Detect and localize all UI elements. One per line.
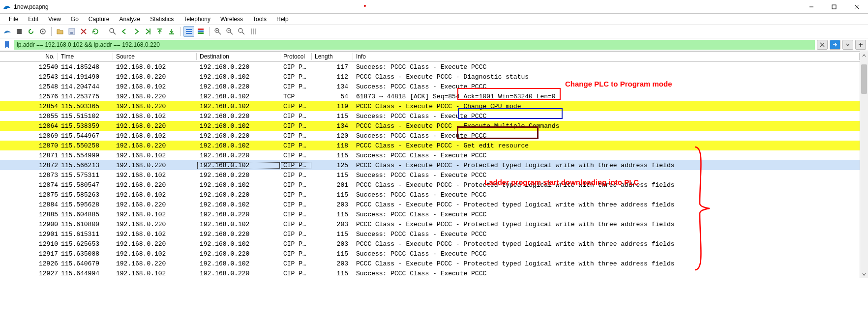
filter-clear-button[interactable] <box>817 40 828 50</box>
menu-telephony[interactable]: Telephony <box>179 15 215 24</box>
filter-expression-dropdown[interactable] <box>842 40 853 50</box>
table-row[interactable]: 12926115.640679192.168.0.220192.168.0.10… <box>0 259 860 268</box>
cell-no: 12576 <box>0 93 58 100</box>
cell-length: 115 <box>312 250 353 258</box>
auto-scroll-button[interactable] <box>183 26 194 37</box>
table-row[interactable]: 12854115.503365192.168.0.220192.168.0.10… <box>0 101 860 111</box>
minimize-button[interactable] <box>800 0 823 14</box>
go-last-button[interactable] <box>166 26 177 37</box>
table-row[interactable]: 12540114.185248192.168.0.102192.168.0.22… <box>0 62 860 72</box>
table-row[interactable]: 12873115.575311192.168.0.102192.168.0.22… <box>0 170 860 180</box>
column-header-protocol[interactable]: Protocol <box>280 53 312 60</box>
table-row[interactable]: 12548114.204744192.168.0.102192.168.0.22… <box>0 82 860 91</box>
table-row[interactable]: 12864115.538359192.168.0.220192.168.0.10… <box>0 121 860 131</box>
start-capture-button[interactable] <box>2 26 13 37</box>
cell-no: 12871 <box>0 152 58 159</box>
stop-capture-button[interactable] <box>14 26 25 37</box>
table-row[interactable]: 12855115.515102192.168.0.102192.168.0.22… <box>0 111 860 121</box>
menu-analyze[interactable]: Analyze <box>115 15 146 24</box>
cell-info: Success: PCCC Class - Execute PCCC <box>353 211 860 218</box>
menu-tools[interactable]: Tools <box>248 15 271 24</box>
menu-wireless[interactable]: Wireless <box>215 15 248 24</box>
table-row[interactable]: 12900115.610800192.168.0.220192.168.0.10… <box>0 219 860 229</box>
filter-apply-button[interactable] <box>830 40 840 50</box>
scroll-down-arrow-icon[interactable] <box>861 270 868 278</box>
column-header-length[interactable]: Length <box>312 53 353 60</box>
table-row[interactable]: 12869115.544967192.168.0.102192.168.0.22… <box>0 131 860 141</box>
scrollbar-track[interactable] <box>860 59 868 270</box>
restart-capture-button[interactable] <box>26 26 36 37</box>
zoom-in-button[interactable] <box>212 26 223 37</box>
filter-add-button[interactable] <box>855 40 866 50</box>
display-filter-input[interactable] <box>14 40 815 50</box>
table-row[interactable]: 12875115.585263192.168.0.102192.168.0.22… <box>0 190 860 200</box>
filter-bookmark-button[interactable] <box>2 40 12 50</box>
table-row[interactable]: 12917115.635088192.168.0.102192.168.0.22… <box>0 249 860 259</box>
close-button[interactable] <box>845 0 868 14</box>
table-row[interactable]: 12884115.595628192.168.0.220192.168.0.10… <box>0 200 860 209</box>
cell-info: PCCC Class - Execute PCCC - Execute Mult… <box>353 122 860 130</box>
table-row[interactable]: 12543114.191490192.168.0.220192.168.0.10… <box>0 72 860 82</box>
reload-file-button[interactable] <box>90 26 101 37</box>
go-to-packet-button[interactable] <box>143 26 153 37</box>
cell-no: 12900 <box>0 221 58 228</box>
save-file-button[interactable] <box>66 26 77 37</box>
cell-no: 12926 <box>0 260 58 267</box>
cell-destination: 192.168.0.102 <box>197 221 280 228</box>
column-header-destination[interactable]: Destination <box>197 53 280 60</box>
vertical-scrollbar[interactable] <box>860 51 868 278</box>
open-file-button[interactable] <box>55 26 65 37</box>
column-header-no[interactable]: No. <box>0 53 58 60</box>
zoom-out-button[interactable] <box>224 26 235 37</box>
resize-columns-button[interactable] <box>248 26 259 37</box>
table-row[interactable]: 12885115.604885192.168.0.102192.168.0.22… <box>0 209 860 219</box>
menu-go[interactable]: Go <box>66 15 84 24</box>
table-row[interactable]: 12576114.253775192.168.0.220192.168.0.10… <box>0 91 860 101</box>
cell-protocol: CIP PC… <box>280 63 312 71</box>
maximize-button[interactable] <box>823 0 845 14</box>
cell-info: PCCC Class - Execute PCCC - Protected ty… <box>353 240 860 248</box>
find-packet-button[interactable] <box>107 26 118 37</box>
cell-protocol: CIP PC… <box>280 113 312 120</box>
table-row[interactable]: 12871115.554999192.168.0.102192.168.0.22… <box>0 150 860 160</box>
packet-list-grid[interactable]: No. Time Source Destination Protocol Len… <box>0 51 860 278</box>
table-row[interactable]: 12910115.625653192.168.0.220192.168.0.10… <box>0 239 860 249</box>
go-back-button[interactable] <box>119 26 130 37</box>
menu-capture[interactable]: Capture <box>84 15 115 24</box>
svg-point-6 <box>42 31 44 32</box>
go-first-button[interactable] <box>154 26 165 37</box>
column-header-info[interactable]: Info <box>353 53 860 60</box>
column-header-time[interactable]: Time <box>58 53 113 60</box>
menu-view[interactable]: View <box>43 15 66 24</box>
column-header-source[interactable]: Source <box>113 53 197 60</box>
menu-statistics[interactable]: Statistics <box>145 15 179 24</box>
menu-help[interactable]: Help <box>271 15 294 24</box>
table-row[interactable]: 12901115.615311192.168.0.102192.168.0.22… <box>0 229 860 239</box>
cell-protocol: CIP PC… <box>280 240 312 248</box>
cell-info: PCCC Class - Execute PCCC - Diagnostic s… <box>353 73 860 81</box>
table-row[interactable]: 12870115.550258192.168.0.220192.168.0.10… <box>0 141 860 150</box>
cell-source: 192.168.0.102 <box>113 83 197 90</box>
cell-source: 192.168.0.220 <box>113 122 197 130</box>
cell-protocol: CIP PC… <box>280 191 312 199</box>
scroll-up-arrow-icon[interactable] <box>861 51 868 59</box>
capture-options-button[interactable] <box>37 26 48 37</box>
menu-file[interactable]: File <box>4 15 23 24</box>
cell-length: 115 <box>312 172 353 179</box>
cell-source: 192.168.0.102 <box>113 250 197 258</box>
table-row[interactable]: 12872115.566213192.168.0.220192.168.0.10… <box>0 160 860 170</box>
colorize-button[interactable] <box>195 26 206 37</box>
zoom-reset-button[interactable] <box>236 26 247 37</box>
svg-rect-16 <box>186 29 192 30</box>
packet-list-header[interactable]: No. Time Source Destination Protocol Len… <box>0 51 860 62</box>
cell-length: 203 <box>312 221 353 228</box>
cell-no: 12548 <box>0 83 58 90</box>
cell-source: 192.168.0.220 <box>113 260 197 267</box>
scrollbar-thumb[interactable] <box>861 64 867 94</box>
table-row[interactable]: 12874115.580547192.168.0.220192.168.0.10… <box>0 180 860 190</box>
go-forward-button[interactable] <box>131 26 142 37</box>
close-file-button[interactable] <box>78 26 89 37</box>
table-row[interactable]: 12927115.644994192.168.0.102192.168.0.22… <box>0 268 860 278</box>
menu-edit[interactable]: Edit <box>23 15 43 24</box>
cell-destination: 192.168.0.220 <box>197 231 280 238</box>
